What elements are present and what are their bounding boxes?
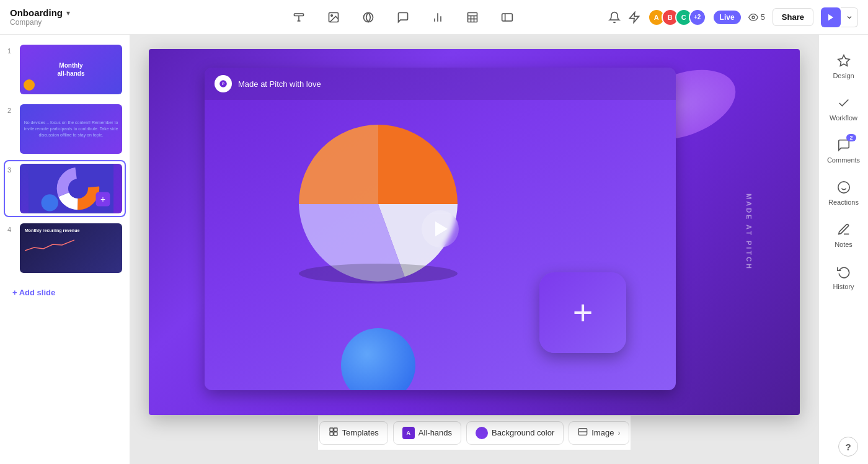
slide-panel: 1 Monthlyall-hands 2 No devices – focus … (0, 35, 130, 464)
slide-thumbnail: Monthly recurring revenue (20, 223, 122, 273)
video-embed[interactable]: P Made at Pitch with love (205, 68, 676, 390)
slide-thumb-text: Monthlyall-hands (58, 61, 85, 78)
slide-number: 4 (7, 226, 15, 233)
chevron-down-icon[interactable]: ▾ (66, 9, 70, 17)
design-label: Design (833, 72, 854, 79)
notification-icon[interactable] (608, 7, 621, 27)
pitch-logo: P (215, 75, 232, 92)
shape-icon[interactable] (358, 7, 378, 27)
share-button[interactable]: Share (773, 8, 813, 26)
templates-button[interactable]: Templates (319, 421, 388, 445)
svg-point-28 (299, 264, 458, 283)
help-button[interactable]: ? (838, 437, 858, 457)
workflow-icon-wrap (835, 94, 852, 112)
comments-panel-button[interactable]: 2 Comments (822, 129, 866, 171)
reactions-panel-button[interactable]: Reactions (822, 171, 866, 213)
canvas-area: ANIMATED BACKGROUNDS MADE AT PITCH P Mad… (130, 35, 818, 464)
topbar-left: Onboarding ▾ Company (10, 7, 134, 27)
sphere-decoration (341, 328, 415, 390)
history-icon (835, 263, 852, 280)
vertical-text-right: MADE AT PITCH (745, 194, 753, 270)
play-button[interactable] (821, 7, 841, 27)
toolbar (134, 7, 672, 27)
slide-number: 1 (7, 47, 15, 55)
svg-point-23 (42, 194, 58, 211)
play-dropdown-button[interactable] (841, 7, 858, 27)
main-area: 1 Monthlyall-hands 2 No devices – focus … (0, 35, 868, 464)
table-icon[interactable] (463, 7, 482, 27)
design-panel-button[interactable]: Design (822, 45, 866, 87)
avatar-group: A B C +2 (648, 9, 706, 26)
bg-color-label: Background color (492, 428, 554, 437)
live-badge[interactable]: Live (714, 11, 741, 24)
allhands-label: All-hands (418, 428, 452, 437)
chevron-right-icon: › (618, 429, 620, 437)
color-swatch (476, 427, 488, 439)
design-icon (835, 52, 852, 69)
slide-item[interactable]: 4 Monthly recurring revenue (5, 221, 125, 275)
comments-label: Comments (827, 156, 860, 164)
svg-marker-16 (629, 12, 639, 22)
slide-item[interactable]: 3 + (5, 161, 125, 216)
reactions-label: Reactions (828, 199, 859, 206)
slide-thumbnail: No devices – focus on the content! Remem… (20, 104, 122, 154)
svg-rect-14 (502, 14, 513, 21)
play-controls (821, 7, 858, 27)
svg-point-17 (752, 16, 755, 19)
notes-label: Notes (835, 241, 852, 248)
image-label: Image (591, 428, 614, 437)
svg-rect-0 (294, 14, 304, 16)
templates-label: Templates (342, 428, 379, 437)
image-icon[interactable] (324, 7, 343, 27)
comment-bubble-icon[interactable] (393, 7, 413, 27)
slide-thumbnail: + (20, 164, 122, 213)
image-button[interactable]: Image › (569, 421, 629, 445)
view-count: 5 (748, 12, 765, 22)
templates-icon (329, 427, 339, 439)
topbar: Onboarding ▾ Company (0, 0, 868, 35)
history-label: History (833, 283, 854, 290)
embed-icon[interactable] (497, 7, 517, 27)
topbar-right: A B C +2 Live 5 Share (672, 7, 858, 27)
svg-text:+: + (100, 195, 105, 204)
svg-point-4 (331, 14, 333, 16)
svg-point-5 (364, 12, 373, 22)
video-header: P Made at Pitch with love (205, 68, 676, 100)
slide-number: 2 (7, 107, 15, 114)
slide-thumb-text: No devices – focus on the content! Remem… (24, 120, 118, 138)
slide-item[interactable]: 2 No devices – focus on the content! Rem… (5, 102, 125, 156)
pie-chart-visual (279, 105, 477, 303)
bottom-bar: Templates A All-hands Background color I… (318, 415, 631, 450)
slide-thumb-text: Monthly recurring revenue (25, 228, 79, 233)
avatar-count: +2 (689, 9, 706, 26)
image-icon-small (578, 427, 588, 439)
notes-panel-button[interactable]: Notes (822, 213, 866, 256)
plus-badge: + (539, 272, 626, 353)
svg-rect-31 (330, 432, 333, 435)
slide-item[interactable]: 1 Monthlyall-hands (5, 42, 125, 97)
workflow-icon (835, 94, 852, 112)
background-color-button[interactable]: Background color (466, 421, 564, 445)
svg-rect-29 (330, 428, 333, 431)
svg-text:P: P (222, 82, 224, 86)
comments-badge: 2 (846, 134, 856, 141)
app-title-block: Onboarding ▾ Company (10, 7, 70, 27)
play-overlay-button[interactable] (422, 210, 459, 248)
text-icon[interactable] (289, 7, 309, 27)
add-slide-button[interactable]: + Add slide (5, 283, 125, 302)
chart-icon[interactable] (428, 7, 448, 27)
right-panel: Design Workflow 2 Comments React (818, 35, 868, 464)
workflow-label: Workflow (830, 114, 857, 122)
slide-number: 3 (7, 166, 15, 174)
reactions-icon (835, 179, 852, 196)
history-panel-button[interactable]: History (822, 256, 866, 298)
view-number: 5 (761, 12, 765, 22)
slide-thumbnail: Monthlyall-hands (20, 45, 122, 94)
lightning-icon[interactable] (628, 7, 640, 27)
notes-icon (835, 221, 852, 238)
svg-rect-32 (334, 432, 337, 435)
allhands-button[interactable]: A All-hands (393, 421, 461, 445)
workflow-panel-button[interactable]: Workflow (822, 87, 866, 129)
comments-icon-wrap: 2 (835, 136, 852, 154)
app-subtitle: Company (10, 18, 70, 27)
